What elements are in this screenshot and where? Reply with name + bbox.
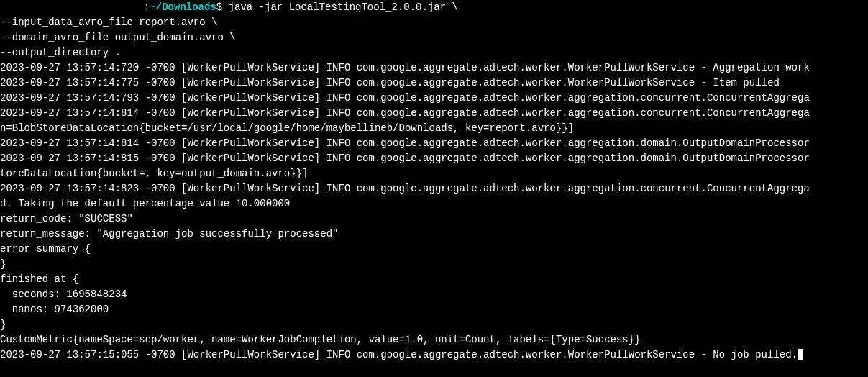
log-line: n=BlobStoreDataLocation{bucket=/usr/loca…: [0, 121, 868, 136]
log-line: }: [0, 317, 868, 332]
log-line: 2023-09-27 13:57:14:775 -0700 [WorkerPul…: [0, 76, 868, 91]
log-line: 2023-09-27 13:57:14:814 -0700 [WorkerPul…: [0, 136, 868, 151]
cursor: [798, 349, 803, 360]
prompt-dollar: $: [216, 1, 222, 13]
prompt-path: ~/Downloads: [150, 1, 216, 13]
terminal-output[interactable]: :~/Downloads$ java -jar LocalTestingTool…: [0, 0, 868, 363]
log-line: CustomMetric{nameSpace=scp/worker, name=…: [0, 332, 868, 348]
command-text: java -jar LocalTestingTool_2.0.0.jar \: [222, 1, 458, 13]
log-line: 2023-09-27 13:57:15:055 -0700 [WorkerPul…: [0, 348, 868, 363]
log-line: }: [0, 257, 868, 272]
log-line: error_summary {: [0, 242, 868, 257]
log-line: 2023-09-27 13:57:14:793 -0700 [WorkerPul…: [0, 91, 868, 106]
log-line: seconds: 1695848234: [0, 287, 868, 302]
log-line: return_message: "Aggregation job success…: [0, 227, 868, 242]
command-line: --input_data_avro_file report.avro \: [0, 15, 868, 30]
log-line: 2023-09-27 13:57:14:720 -0700 [WorkerPul…: [0, 60, 868, 76]
log-line: return_code: "SUCCESS": [0, 212, 868, 227]
redacted-user-host: [0, 0, 144, 15]
log-line: nanos: 974362000: [0, 302, 868, 317]
log-line: finished_at {: [0, 272, 868, 287]
log-line: d. Taking the default percentage value 1…: [0, 196, 868, 212]
log-line: 2023-09-27 13:57:14:815 -0700 [WorkerPul…: [0, 151, 868, 166]
log-line: 2023-09-27 13:57:14:814 -0700 [WorkerPul…: [0, 106, 868, 121]
log-line: 2023-09-27 13:57:14:823 -0700 [WorkerPul…: [0, 181, 868, 196]
log-line: toreDataLocation{bucket=, key=output_dom…: [0, 166, 868, 181]
command-line: --domain_avro_file output_domain.avro \: [0, 30, 868, 45]
command-line: --output_directory .: [0, 45, 868, 60]
prompt-line: :~/Downloads$ java -jar LocalTestingTool…: [0, 0, 868, 15]
